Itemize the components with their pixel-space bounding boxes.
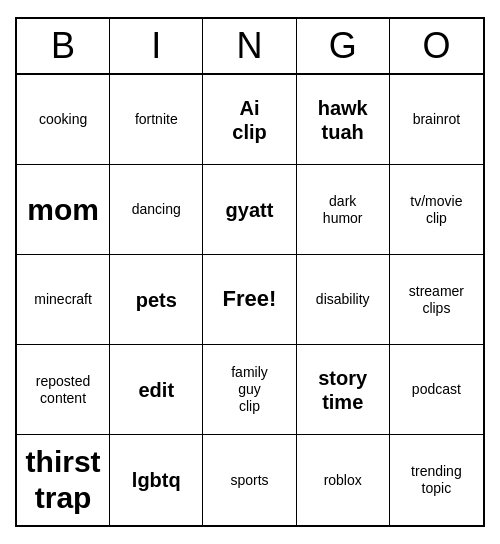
cell-text-6: dancing (132, 201, 181, 218)
bingo-cell-13: disability (297, 255, 390, 345)
bingo-cell-10: minecraft (17, 255, 110, 345)
bingo-cell-0: cooking (17, 75, 110, 165)
cell-text-21: lgbtq (132, 468, 181, 492)
bingo-letter-n: N (203, 19, 296, 73)
cell-text-17: familyguyclip (231, 364, 268, 414)
bingo-cell-5: mom (17, 165, 110, 255)
bingo-cell-11: pets (110, 255, 203, 345)
bingo-cell-2: Aiclip (203, 75, 296, 165)
cell-text-14: streamerclips (409, 283, 464, 317)
cell-text-0: cooking (39, 111, 87, 128)
bingo-cell-12: Free! (203, 255, 296, 345)
cell-text-24: trendingtopic (411, 463, 462, 497)
bingo-cell-1: fortnite (110, 75, 203, 165)
cell-text-7: gyatt (226, 198, 274, 222)
bingo-cell-18: storytime (297, 345, 390, 435)
bingo-cell-19: podcast (390, 345, 483, 435)
cell-text-12: Free! (223, 286, 277, 312)
bingo-cell-14: streamerclips (390, 255, 483, 345)
bingo-grid: cookingfortniteAicliphawktuahbrainrotmom… (17, 75, 483, 525)
bingo-cell-16: edit (110, 345, 203, 435)
cell-text-8: darkhumor (323, 193, 363, 227)
cell-text-9: tv/movieclip (410, 193, 462, 227)
cell-text-15: repostedcontent (36, 373, 90, 407)
bingo-letter-g: G (297, 19, 390, 73)
bingo-cell-24: trendingtopic (390, 435, 483, 525)
bingo-letter-o: O (390, 19, 483, 73)
cell-text-3: hawktuah (318, 96, 368, 144)
cell-text-10: minecraft (34, 291, 92, 308)
bingo-cell-8: darkhumor (297, 165, 390, 255)
bingo-cell-7: gyatt (203, 165, 296, 255)
bingo-cell-20: thirsttrap (17, 435, 110, 525)
bingo-cell-23: roblox (297, 435, 390, 525)
bingo-cell-21: lgbtq (110, 435, 203, 525)
cell-text-1: fortnite (135, 111, 178, 128)
cell-text-23: roblox (324, 472, 362, 489)
bingo-cell-3: hawktuah (297, 75, 390, 165)
cell-text-4: brainrot (413, 111, 460, 128)
cell-text-20: thirsttrap (26, 444, 101, 516)
cell-text-13: disability (316, 291, 370, 308)
cell-text-11: pets (136, 288, 177, 312)
bingo-cell-9: tv/movieclip (390, 165, 483, 255)
bingo-letter-b: B (17, 19, 110, 73)
cell-text-2: Aiclip (232, 96, 266, 144)
bingo-header: BINGO (17, 19, 483, 75)
cell-text-18: storytime (318, 366, 367, 414)
bingo-cell-4: brainrot (390, 75, 483, 165)
cell-text-16: edit (139, 378, 175, 402)
bingo-cell-15: repostedcontent (17, 345, 110, 435)
bingo-cell-17: familyguyclip (203, 345, 296, 435)
bingo-cell-22: sports (203, 435, 296, 525)
cell-text-5: mom (27, 192, 99, 228)
cell-text-22: sports (230, 472, 268, 489)
bingo-card: BINGO cookingfortniteAicliphawktuahbrain… (15, 17, 485, 527)
bingo-cell-6: dancing (110, 165, 203, 255)
cell-text-19: podcast (412, 381, 461, 398)
bingo-letter-i: I (110, 19, 203, 73)
